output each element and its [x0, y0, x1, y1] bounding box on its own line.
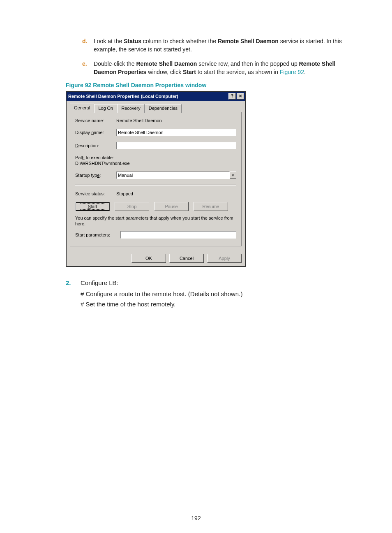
- hash-line-2: # Set the time of the host remotely.: [81, 299, 355, 310]
- path-value: D:\WRSHDNT\wrshdnt.exe: [75, 161, 236, 166]
- step-e-letter: e.: [82, 60, 94, 76]
- path-label: Path to executable:: [75, 155, 236, 160]
- service-name-label: Service name:: [75, 118, 116, 123]
- service-status-label: Service status:: [75, 191, 116, 196]
- tab-recovery[interactable]: Recovery: [117, 104, 144, 113]
- step-e-text: Double-click the Remote Shell Daemon ser…: [94, 60, 355, 76]
- startup-type-label: Startup type:: [75, 173, 116, 178]
- hash-line-1: # Configure a route to the remote host. …: [81, 289, 355, 299]
- description-input[interactable]: [116, 142, 236, 149]
- start-button[interactable]: Start: [75, 202, 110, 211]
- stop-button[interactable]: Stop: [115, 202, 149, 211]
- startup-type-select[interactable]: ▼: [116, 171, 236, 179]
- titlebar[interactable]: Remote Shell Daemon Properties (Local Co…: [67, 92, 245, 101]
- step-2: 2. Configure LB:: [66, 279, 355, 286]
- chevron-down-icon[interactable]: ▼: [230, 171, 236, 179]
- close-icon[interactable]: ✕: [237, 93, 244, 100]
- step-d-text: Look at the Status column to check wheth…: [94, 37, 355, 54]
- display-name-input[interactable]: [116, 129, 236, 136]
- step-2-marker: 2.: [66, 279, 81, 286]
- dialog-title: Remote Shell Daemon Properties (Local Co…: [68, 94, 178, 99]
- tabs: General Log On Recovery Dependencies: [70, 103, 242, 112]
- display-name-label: Display name:: [75, 130, 116, 135]
- cancel-button[interactable]: Cancel: [169, 254, 204, 263]
- step-d: d. Look at the Status column to check wh…: [82, 37, 355, 54]
- start-params-label: Start parameters:: [75, 232, 120, 237]
- properties-dialog: Remote Shell Daemon Properties (Local Co…: [66, 91, 246, 267]
- apply-button[interactable]: Apply: [207, 254, 242, 263]
- figure-92-link[interactable]: Figure 92: [280, 69, 304, 75]
- pause-button[interactable]: Pause: [154, 202, 189, 211]
- ok-button[interactable]: OK: [131, 254, 166, 263]
- step-e: e. Double-click the Remote Shell Daemon …: [82, 60, 355, 76]
- tab-general[interactable]: General: [70, 104, 94, 112]
- figure-caption: Figure 92 Remote Shell Daemon Properties…: [66, 82, 355, 88]
- description-label: Description:: [75, 143, 116, 148]
- step-2-text: Configure LB:: [81, 279, 118, 286]
- service-status-value: Stopped: [116, 191, 133, 196]
- start-params-input[interactable]: [120, 231, 236, 239]
- resume-button[interactable]: Resume: [194, 202, 228, 211]
- tab-dependencies[interactable]: Dependencies: [145, 104, 182, 113]
- general-panel: Service name: Remote Shell Daemon Displa…: [70, 112, 242, 246]
- tab-logon[interactable]: Log On: [94, 104, 117, 113]
- service-name-value: Remote Shell Daemon: [116, 118, 162, 123]
- step-d-letter: d.: [82, 37, 94, 54]
- startup-type-value[interactable]: [116, 171, 230, 179]
- start-params-note: You can specify the start parameters tha…: [75, 215, 236, 227]
- help-icon[interactable]: ?: [228, 93, 236, 100]
- separator: [75, 185, 236, 185]
- page-number: 192: [0, 515, 392, 521]
